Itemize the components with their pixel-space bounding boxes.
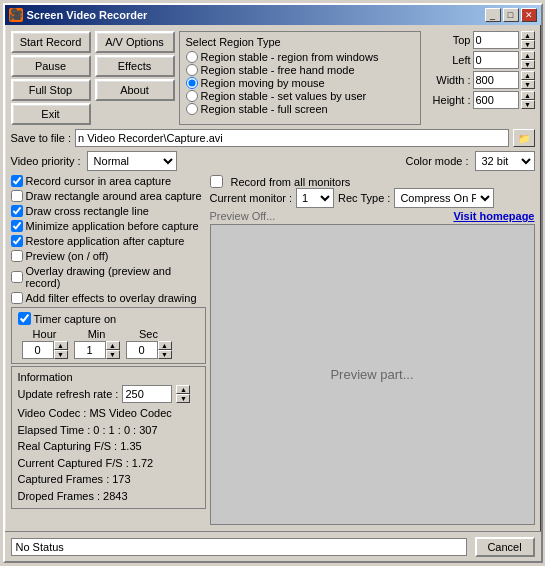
browse-button[interactable]: 📁 [513,129,535,147]
height-spin: ▲ ▼ [521,91,535,109]
cb-row-2: Draw cross rectangle line [11,205,206,217]
hour-label: Hour [33,328,57,340]
sec-spin-down[interactable]: ▼ [158,350,172,359]
cb-preview[interactable] [11,250,23,262]
sec-label: Sec [139,328,158,340]
refresh-input[interactable] [122,385,172,403]
app-icon: 🎥 [9,8,23,22]
left-spin-up[interactable]: ▲ [521,51,535,60]
record-monitor-row: Record from all monitors [210,175,535,188]
save-row: Save to file : 📁 [11,129,535,147]
status-bar: No Status Cancel [5,531,541,561]
sec-input[interactable] [126,341,158,359]
radio-region-1[interactable] [186,64,198,76]
radio-region-4[interactable] [186,103,198,115]
height-input[interactable] [473,91,519,109]
info-captured: Captured Frames : 173 [18,471,199,488]
cb-overlay[interactable] [11,271,23,283]
min-spin-up[interactable]: ▲ [106,341,120,350]
top-spin-down[interactable]: ▼ [521,40,535,49]
radio-label-4: Region stable - full screen [201,103,328,115]
cancel-button[interactable]: Cancel [475,537,535,557]
info-current-fps: Current Captured F/S : 1.72 [18,455,199,472]
cb-cross-rect[interactable] [11,205,23,217]
width-input[interactable] [473,71,519,89]
save-label: Save to file : [11,132,72,144]
window-title: Screen Video Recorder [27,9,148,21]
record-all-checkbox[interactable] [210,175,223,188]
height-spin-up[interactable]: ▲ [521,91,535,100]
cb-label-2: Draw cross rectangle line [26,205,150,217]
status-text: No Status [16,541,64,553]
preview-off-label: Preview Off... [210,210,276,222]
min-input[interactable] [74,341,106,359]
cb-label-4: Restore application after capture [26,235,185,247]
preview-center-text: Preview part... [330,367,413,382]
top-spin-up[interactable]: ▲ [521,31,535,40]
rectype-select[interactable]: Compress On Fly No Compress [394,188,494,208]
maximize-button[interactable]: □ [503,8,519,22]
hour-spin-down[interactable]: ▼ [54,350,68,359]
preview-panel: Record from all monitors Current monitor… [210,175,535,525]
sec-spin-up[interactable]: ▲ [158,341,172,350]
about-button[interactable]: About [95,79,175,101]
pause-button[interactable]: Pause [11,55,91,77]
av-options-button[interactable]: A/V Options [95,31,175,53]
cb-restore[interactable] [11,235,23,247]
cb-filter[interactable] [11,292,23,304]
save-path-input[interactable] [75,129,508,147]
timer-section: Timer capture on Hour ▲ ▼ [11,307,206,364]
hour-spin-up[interactable]: ▲ [54,341,68,350]
priority-row: Video priority : Normal High Above Norma… [11,151,535,171]
width-spin-up[interactable]: ▲ [521,71,535,80]
min-spin-down[interactable]: ▼ [106,350,120,359]
height-spin-down[interactable]: ▼ [521,100,535,109]
radio-row-3: Region stable - set values by user [186,90,414,102]
effects-button[interactable]: Effects [95,55,175,77]
exit-button[interactable]: Exit [11,103,91,125]
coord-left: Left ▲ ▼ [425,51,535,69]
radio-region-0[interactable] [186,51,198,63]
left-label: Left [433,54,471,66]
radio-label-3: Region stable - set values by user [201,90,367,102]
refresh-spin-up[interactable]: ▲ [176,385,190,394]
region-title: Select Region Type [186,36,414,48]
preview-header: Preview Off... Visit homepage [210,210,535,222]
radio-region-2[interactable] [186,77,198,89]
monitor-row: Current monitor : 1 2 Rec Type : Compres… [210,188,535,208]
cb-record-cursor[interactable] [11,175,23,187]
status-field: No Status [11,538,467,556]
current-monitor-select[interactable]: 1 2 [296,188,334,208]
cb-label-5: Preview (on / off) [26,250,109,262]
main-area: Record cursor in area capture Draw recta… [11,175,535,525]
radio-row-1: Region stable - free hand mode [186,64,414,76]
timer-checkbox[interactable] [18,312,31,325]
left-input[interactable] [473,51,519,69]
min-spin: ▲ ▼ [106,341,120,359]
cb-row-1: Draw rectangle around area capture [11,190,206,202]
full-stop-button[interactable]: Full Stop [11,79,91,101]
cb-minimize[interactable] [11,220,23,232]
left-spin: ▲ ▼ [521,51,535,69]
cb-label-6: Overlay drawing (preview and record) [26,265,206,289]
close-button[interactable]: ✕ [521,8,537,22]
start-record-button[interactable]: Start Record [11,31,91,53]
record-all-label: Record from all monitors [231,176,351,188]
cb-label-1: Draw rectangle around area capture [26,190,202,202]
visit-homepage-link[interactable]: Visit homepage [453,210,534,222]
color-mode-select[interactable]: 32 bit 24 bit 16 bit 8 bit [475,151,535,171]
cb-row-0: Record cursor in area capture [11,175,206,187]
left-spin-down[interactable]: ▼ [521,60,535,69]
radio-region-3[interactable] [186,90,198,102]
hour-input-row: ▲ ▼ [22,341,68,359]
hour-input[interactable] [22,341,54,359]
priority-select[interactable]: Normal High Above Normal Realtime [87,151,177,171]
width-spin-down[interactable]: ▼ [521,80,535,89]
color-mode-label: Color mode : [406,155,469,167]
minimize-button[interactable]: _ [485,8,501,22]
refresh-spin-down[interactable]: ▼ [176,394,190,403]
info-title: Information [18,371,199,383]
timer-title: Timer capture on [18,312,199,325]
top-input[interactable] [473,31,519,49]
cb-draw-rect[interactable] [11,190,23,202]
